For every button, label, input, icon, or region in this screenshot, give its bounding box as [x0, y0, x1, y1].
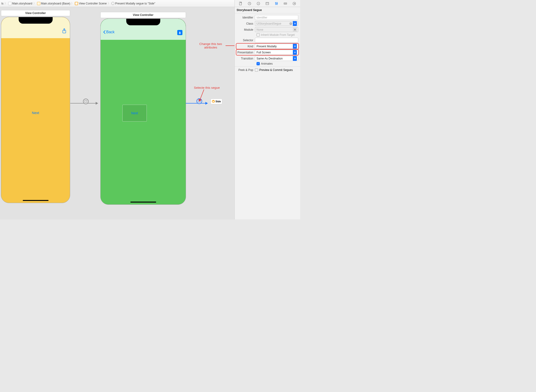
- svg-rect-28: [277, 3, 278, 4]
- chevron-right-icon: 〉: [71, 1, 74, 5]
- inspector-form: Identifier Identifier Class UIStoryboard…: [235, 13, 300, 75]
- side-vc-reference[interactable]: ◉ Side: [211, 98, 222, 104]
- breadcrumb-label: Main.storyboard: [12, 2, 32, 5]
- svg-marker-8: [96, 102, 98, 105]
- divider: [235, 66, 300, 67]
- back-button[interactable]: Back: [103, 30, 115, 34]
- breadcrumb-label: Present Modally segue to "Side": [115, 2, 155, 5]
- svg-text:?: ?: [258, 2, 259, 5]
- svg-rect-26: [275, 3, 276, 3]
- inherit-module-checkbox[interactable]: [257, 33, 260, 37]
- container-view[interactable]: Next: [122, 105, 147, 121]
- preview-commit-label: Preview & Commit Segues: [259, 68, 293, 72]
- segue-icon-embed[interactable]: [83, 98, 89, 104]
- inspector-panel: ? Storyboard Segue Identifier Identifier…: [234, 0, 300, 219]
- breadcrumb-label: Main.storyboard (Base): [41, 2, 70, 5]
- annotation-arrow-2: [197, 89, 206, 103]
- breadcrumb-label: View Controller Scene: [79, 2, 107, 5]
- embed-glyph-icon: [85, 100, 87, 103]
- svg-rect-21: [266, 2, 269, 5]
- annotation-arrow-1: [225, 43, 234, 48]
- breadcrumb: ls 〉 Main.storyboard 〉 Main.storyboard (…: [1, 1, 272, 5]
- svg-line-15: [200, 89, 204, 100]
- inherit-module-label: Inherit Module From Target: [261, 33, 295, 37]
- connections-inspector-tab[interactable]: [292, 1, 297, 6]
- annotation-select-segue: Selecte this segue: [194, 86, 220, 89]
- inspector-section-title: Storyboard Segue: [235, 7, 300, 13]
- dropdown-arrow-icon[interactable]: [293, 56, 297, 61]
- breadcrumb-label: ls: [1, 2, 4, 5]
- kind-select[interactable]: Present Modally: [255, 44, 298, 49]
- view-controller-1[interactable]: Next: [1, 17, 70, 203]
- vc-title-bar-2[interactable]: View Controller: [100, 12, 186, 18]
- svg-rect-27: [276, 4, 277, 4]
- chevron-right-icon: 〉: [108, 1, 110, 5]
- selector-label: Selector: [237, 39, 255, 42]
- peek-pop-label: Peek & Pop: [237, 68, 255, 72]
- identifier-label: Identifier: [237, 16, 255, 19]
- identity-inspector-tab[interactable]: [265, 1, 270, 6]
- device-notch: [126, 19, 160, 25]
- vc-dot-icon: ◉: [212, 100, 215, 103]
- breadcrumb-item-storyboard[interactable]: Main.storyboard: [8, 2, 33, 5]
- dropdown-arrow-icon[interactable]: [293, 50, 297, 55]
- help-inspector-tab[interactable]: ?: [256, 1, 261, 6]
- next-button[interactable]: Next: [131, 111, 138, 115]
- size-inspector-tab[interactable]: [283, 1, 288, 6]
- chevron-right-icon: 〉: [5, 1, 7, 5]
- breadcrumb-item-scene[interactable]: View Controller Scene: [74, 2, 107, 5]
- presentation-select[interactable]: Full Screen: [255, 50, 298, 55]
- breadcrumb-item-segue[interactable]: Present Modally segue to "Side": [111, 2, 156, 5]
- download-icon[interactable]: [177, 30, 182, 35]
- identifier-field[interactable]: Identifier: [255, 15, 298, 20]
- vc-title-label: View Controller: [25, 11, 46, 15]
- storyboard-canvas[interactable]: View Controller View Controller Next: [0, 7, 234, 219]
- module-label: Module: [237, 28, 255, 31]
- animates-checkbox[interactable]: ✓: [257, 62, 260, 65]
- clear-icon[interactable]: ⊙: [289, 22, 292, 25]
- storyboard-icon: [37, 2, 40, 5]
- dropdown-arrow-icon[interactable]: [293, 27, 297, 32]
- presentation-label: Presentation: [237, 51, 255, 54]
- breadcrumb-item-root[interactable]: ls: [1, 2, 4, 5]
- animates-label: Animates: [261, 62, 273, 65]
- annotation-change-attrs: Change this two attributes: [199, 42, 222, 49]
- segue-icon: [111, 2, 115, 5]
- file-inspector-tab[interactable]: [238, 1, 243, 6]
- kind-label: Kind: [237, 45, 255, 48]
- side-label: Side: [215, 100, 221, 103]
- transition-select[interactable]: Same As Destination: [255, 56, 298, 61]
- file-icon: [8, 2, 11, 5]
- attributes-inspector-tab[interactable]: [274, 1, 279, 6]
- history-inspector-tab[interactable]: [247, 1, 252, 6]
- class-field[interactable]: UIStoryboardSegue ⊙: [255, 21, 298, 26]
- dropdown-arrow-icon[interactable]: [293, 21, 297, 26]
- home-indicator: [23, 200, 48, 201]
- transition-label: Transition: [237, 57, 255, 60]
- selector-field[interactable]: [255, 38, 298, 43]
- scene-icon: [75, 2, 78, 5]
- device-notch: [19, 17, 53, 24]
- vc-title-bar-1[interactable]: View Controller: [1, 10, 70, 16]
- module-field[interactable]: None: [255, 27, 298, 32]
- preview-commit-checkbox[interactable]: [255, 68, 258, 72]
- dropdown-arrow-icon[interactable]: [293, 44, 297, 49]
- chevron-right-icon: 〉: [33, 1, 36, 5]
- class-label: Class: [237, 22, 255, 25]
- share-icon[interactable]: [62, 28, 67, 34]
- breadcrumb-item-base[interactable]: Main.storyboard (Base): [37, 2, 71, 5]
- next-button[interactable]: Next: [1, 111, 70, 115]
- view-controller-2[interactable]: Back Next: [100, 19, 186, 205]
- vc-title-label: View Controller: [133, 13, 153, 17]
- inspector-tab-bar: ?: [235, 0, 300, 7]
- home-indicator: [130, 202, 156, 203]
